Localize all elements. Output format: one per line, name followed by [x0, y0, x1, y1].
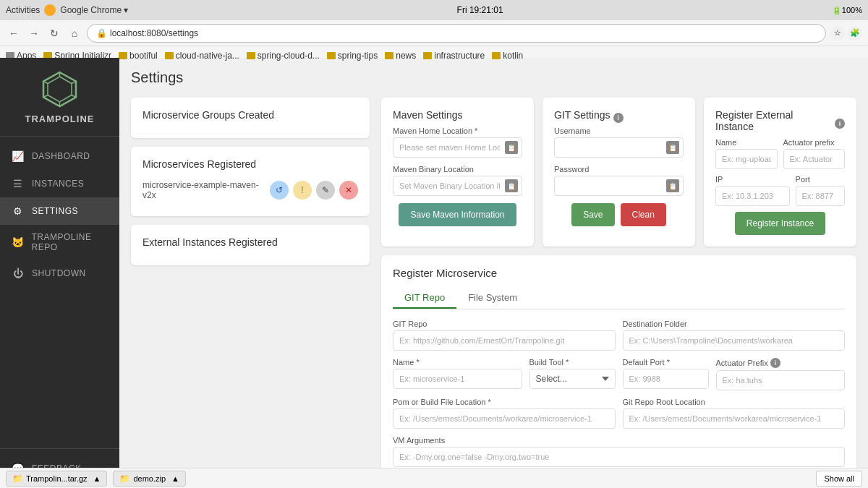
maven-title: Maven Settings — [393, 109, 522, 121]
git-repo-input[interactable] — [393, 330, 616, 351]
git-settings-card: GIT Settings i Username 📋 Password — [542, 98, 695, 247]
maven-home-input-wrapper: 📋 — [393, 137, 522, 158]
page-title: Settings — [131, 69, 856, 86]
external-btn-row: Register Instance — [715, 212, 845, 235]
save-git-button[interactable]: Save — [571, 203, 614, 226]
home-button[interactable]: ⌂ — [67, 25, 82, 41]
name-build-row: Name * Build Tool * Select... Default Po… — [393, 358, 845, 390]
sidebar-item-settings[interactable]: ⚙ SETTINGS — [0, 197, 119, 225]
extension-icon[interactable]: 🧩 — [848, 26, 862, 40]
vm-args-input[interactable] — [393, 447, 845, 467]
external-instances-card: External Instances Registered — [131, 225, 370, 265]
sidebar-item-dashboard[interactable]: 📈 DASHBOARD — [0, 142, 119, 170]
git-btn-row: Save Clean — [554, 203, 684, 226]
chrome-favicon — [44, 4, 56, 16]
edit-service-button[interactable]: ✎ — [316, 181, 335, 200]
external-actuator-label: Actuator prefix — [783, 138, 846, 147]
external-port-label: Port — [796, 175, 845, 184]
download-chevron-2[interactable]: ▲ — [171, 474, 179, 483]
instances-icon: ☰ — [12, 177, 25, 190]
download-name-1: Trampolin...tar.gz — [26, 474, 88, 483]
git-info-icon[interactable]: i — [613, 113, 624, 123]
pom-input[interactable] — [393, 408, 616, 429]
sidebar-item-trampoline-repo[interactable]: 🐱 TRAMPOLINE REPO — [0, 225, 119, 260]
activities-label[interactable]: Activities — [6, 5, 40, 15]
tab-git-repo[interactable]: GIT Repo — [393, 288, 456, 309]
external-info-icon[interactable]: i — [835, 119, 845, 129]
external-ip-label: IP — [715, 175, 790, 184]
external-title: Register External Instance — [715, 109, 832, 132]
external-port-group: Port — [796, 175, 845, 206]
external-ip-input[interactable] — [715, 186, 790, 206]
build-tool-select[interactable]: Select... — [529, 369, 616, 389]
address-bar[interactable]: 🔒 localhost:8080/settings — [87, 24, 826, 43]
maven-binary-icon[interactable]: 📋 — [505, 179, 518, 192]
sidebar-nav: 📈 DASHBOARD ☰ INSTANCES ⚙ SETTINGS 🐱 TRA… — [0, 137, 119, 448]
external-instance-card: Register External Instance i Name Actuat… — [704, 98, 856, 247]
register-instance-button[interactable]: Register Instance — [735, 212, 825, 235]
git-title-row: GIT Settings i — [554, 109, 684, 127]
external-name-input[interactable] — [715, 149, 778, 169]
groups-card-title: Microservice Groups Created — [142, 109, 358, 121]
register-microservice-section: Register Microservice GIT Repo File Syst… — [381, 255, 856, 488]
clean-git-button[interactable]: Clean — [621, 203, 666, 226]
dest-folder-label: Destination Folder — [623, 320, 846, 328]
system-tray: 🔋100% — [832, 6, 862, 15]
git-root-input[interactable] — [623, 408, 846, 429]
git-password-group: Password 📋 — [554, 165, 684, 196]
sidebar-item-instances[interactable]: ☰ INSTANCES — [0, 170, 119, 197]
info-service-button[interactable]: ! — [293, 181, 312, 200]
build-tool-label: Build Tool * — [529, 358, 616, 367]
default-port-input[interactable] — [623, 369, 709, 389]
maven-home-input[interactable] — [393, 137, 522, 158]
sidebar-label-dashboard: DASHBOARD — [32, 151, 90, 161]
git-username-input[interactable] — [554, 137, 684, 158]
reload-button[interactable]: ↻ — [46, 25, 62, 41]
app-container: TRAMPOLINE 📈 DASHBOARD ☰ INSTANCES ⚙ SET… — [0, 58, 868, 488]
forward-button[interactable]: → — [26, 25, 42, 41]
dest-folder-input[interactable] — [623, 330, 846, 351]
delete-service-button[interactable]: ✕ — [339, 181, 358, 200]
back-button[interactable]: ← — [6, 25, 22, 41]
star-icon[interactable]: ☆ — [830, 26, 845, 40]
repo-icon: 🐱 — [12, 236, 25, 249]
sidebar-label-repo: TRAMPOLINE REPO — [32, 232, 109, 252]
sidebar-item-shutdown[interactable]: ⏻ SHUTDOWN — [0, 260, 119, 287]
maven-binary-input[interactable] — [393, 176, 522, 196]
external-name-label: Name — [715, 138, 778, 147]
url-text: localhost:8080/settings — [110, 28, 198, 38]
external-actuator-input[interactable] — [783, 149, 846, 169]
refresh-service-button[interactable]: ↺ — [270, 181, 289, 200]
actuator-prefix-info-icon[interactable]: i — [770, 358, 780, 368]
git-repo-label: GIT Repo — [393, 320, 616, 328]
maven-home-icon[interactable]: 📋 — [505, 141, 518, 154]
shutdown-icon: ⏻ — [12, 267, 25, 280]
maven-btn-row: Save Maven Information — [393, 203, 522, 226]
show-all-button[interactable]: Show all — [816, 471, 862, 487]
git-password-icon[interactable]: 📋 — [666, 179, 679, 192]
ms-name-input[interactable] — [393, 369, 522, 389]
downloads-bar: 📁 Trampolin...tar.gz ▲ 📁 demo.zip ▲ Show… — [0, 468, 868, 488]
maven-home-group: Maven Home Location * 📋 — [393, 127, 522, 158]
actuator-prefix-ms-input[interactable] — [716, 370, 846, 390]
git-root-group: Git Repo Root Location — [623, 398, 846, 429]
external-actuator-group: Actuator prefix — [783, 138, 846, 169]
external-port-input[interactable] — [796, 186, 845, 206]
ms-name-label: Name * — [393, 358, 522, 367]
microservices-card-title: Microservices Registered — [142, 158, 358, 170]
download-chevron-1[interactable]: ▲ — [93, 474, 101, 483]
service-row: microservice-example-maven-v2x ↺ ! ✎ ✕ — [142, 176, 358, 205]
file-icon-2: 📁 — [119, 474, 130, 484]
tab-file-system[interactable]: File System — [456, 288, 529, 309]
dashboard-icon: 📈 — [12, 150, 25, 163]
git-password-input[interactable] — [554, 176, 684, 196]
sidebar-logo: TRAMPOLINE — [0, 58, 119, 137]
ms-name-group: Name * — [393, 358, 522, 390]
pom-group: Pom or Build File Location * — [393, 398, 616, 429]
microservices-registered-card: Microservices Registered microservice-ex… — [131, 147, 370, 216]
git-username-group: Username 📋 — [554, 127, 684, 158]
git-username-icon[interactable]: 📋 — [666, 141, 679, 154]
service-name: microservice-example-maven-v2x — [142, 180, 270, 200]
microservice-groups-card: Microservice Groups Created — [131, 98, 370, 138]
save-maven-button[interactable]: Save Maven Information — [399, 203, 516, 226]
